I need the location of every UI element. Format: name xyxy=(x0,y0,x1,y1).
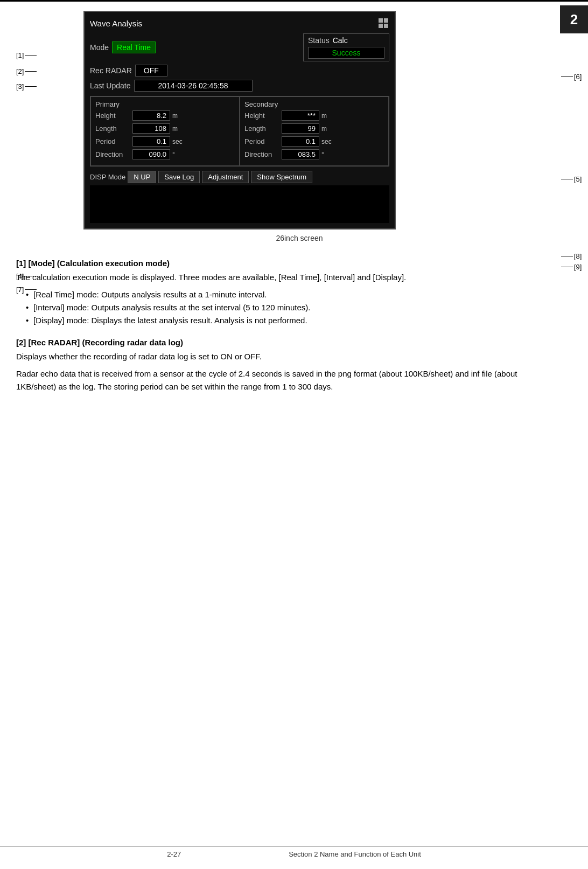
secondary-label: Secondary xyxy=(244,100,384,108)
adjustment-button[interactable]: Adjustment xyxy=(202,171,249,183)
mode-section: Mode Real Time xyxy=(90,33,156,61)
status-label: Status xyxy=(308,36,330,45)
page-number: 2-27 xyxy=(167,850,181,858)
show-spectrum-button[interactable]: Show Spectrum xyxy=(251,171,312,183)
panel-caption: 26inch screen xyxy=(48,234,550,242)
panel-title: Wave Analysis xyxy=(90,19,142,28)
annot-5: [5] xyxy=(561,175,582,183)
primary-period-value: 0.1 xyxy=(132,136,170,147)
secondary-direction-value: 083.5 xyxy=(282,149,319,159)
primary-length-label: Length xyxy=(95,124,130,133)
primary-direction-label: Direction xyxy=(95,150,130,158)
annot-6: [6] xyxy=(561,73,582,81)
secondary-period-unit: sec xyxy=(321,138,332,145)
secondary-period-label: Period xyxy=(244,137,279,145)
mode-label: Mode xyxy=(90,43,109,52)
secondary-box: Secondary Height *** m Length 99 m Pe xyxy=(240,96,389,166)
secondary-direction-unit: ° xyxy=(321,151,324,158)
secondary-period-value: 0.1 xyxy=(282,136,319,147)
disp-mode-label: DISP Mode xyxy=(90,173,125,181)
grid-icon[interactable] xyxy=(377,17,389,29)
bottom-black-area xyxy=(90,185,389,223)
rec-radar-row: Rec RADAR OFF xyxy=(90,65,389,77)
secondary-period-row: Period 0.1 sec xyxy=(244,136,384,147)
status-value: Calc xyxy=(333,36,348,45)
section-number: 2 xyxy=(560,5,588,33)
status-section: Status Calc Success xyxy=(303,33,389,61)
primary-box: Primary Height 8.2 m Length 108 m Per xyxy=(90,96,240,166)
top-border xyxy=(0,0,588,2)
update-label: Last Update xyxy=(90,81,131,90)
rec-value: OFF xyxy=(135,65,167,77)
wave-panel: Wave Analysis Mode Real Time Status Ca xyxy=(83,11,396,230)
section-2-heading: [2] [Rec RADAR] (Recording radar data lo… xyxy=(16,338,550,347)
save-log-button[interactable]: Save Log xyxy=(158,171,200,183)
section-1-paragraph-0: The calculation execution mode is displa… xyxy=(16,271,550,284)
secondary-length-value: 99 xyxy=(282,123,319,134)
success-box: Success xyxy=(308,47,384,59)
section-2-paragraph-1: Radar echo data that is received from a … xyxy=(16,367,550,393)
secondary-height-unit: m xyxy=(321,112,327,120)
section-2-paragraph-0: Displays whether the recording of radar … xyxy=(16,350,550,363)
status-row: Status Calc xyxy=(308,36,384,45)
mode-status-row: Mode Real Time Status Calc Success xyxy=(90,33,389,61)
page-footer: 2-27 Section 2 Name and Function of Each… xyxy=(0,846,588,858)
primary-direction-value: 090.0 xyxy=(132,149,170,159)
last-update-row: Last Update 2014-03-26 02:45:58 xyxy=(90,80,389,92)
secondary-length-unit: m xyxy=(321,125,327,133)
primary-height-value: 8.2 xyxy=(132,110,170,121)
primary-length-row: Length 108 m xyxy=(95,123,235,134)
annot-9: [9] xyxy=(561,263,582,271)
description-area: [1] [Mode] (Calculation execution mode) … xyxy=(16,259,550,393)
rec-label: Rec RADAR xyxy=(90,66,132,75)
secondary-height-row: Height *** m xyxy=(244,110,384,121)
section-1-bullets: [Real Time] mode: Outputs analysis resul… xyxy=(16,288,550,327)
primary-length-unit: m xyxy=(172,125,178,133)
primary-height-label: Height xyxy=(95,112,130,120)
primary-direction-row: Direction 090.0 ° xyxy=(95,149,235,159)
disp-mode-button[interactable]: N UP xyxy=(128,171,156,183)
primary-label: Primary xyxy=(95,100,235,108)
primary-period-row: Period 0.1 sec xyxy=(95,136,235,147)
content-area: [1] [2] [3] [4] [7] xyxy=(16,11,550,404)
primary-length-value: 108 xyxy=(132,123,170,134)
secondary-length-row: Length 99 m xyxy=(244,123,384,134)
panel-title-bar: Wave Analysis xyxy=(90,17,389,29)
description-section-2: [2] [Rec RADAR] (Recording radar data lo… xyxy=(16,338,550,393)
annot-1: [1] xyxy=(16,51,37,59)
primary-period-unit: sec xyxy=(172,138,183,145)
mode-value: Real Time xyxy=(112,41,156,53)
secondary-height-label: Height xyxy=(244,112,279,120)
secondary-length-label: Length xyxy=(244,124,279,133)
section-1-heading: [1] [Mode] (Calculation execution mode) xyxy=(16,259,550,268)
footer-section-text: Section 2 Name and Function of Each Unit xyxy=(289,850,421,858)
update-value: 2014-03-26 02:45:58 xyxy=(134,80,253,92)
secondary-height-value: *** xyxy=(282,110,319,121)
annot-3: [3] xyxy=(16,82,37,91)
bullet-item: [Interval] mode: Outputs analysis result… xyxy=(27,301,550,314)
primary-height-row: Height 8.2 m xyxy=(95,110,235,121)
secondary-direction-label: Direction xyxy=(244,150,279,158)
primary-height-unit: m xyxy=(172,112,178,120)
bullet-item: [Display] mode: Displays the latest anal… xyxy=(27,314,550,327)
secondary-direction-row: Direction 083.5 ° xyxy=(244,149,384,159)
data-section: Primary Height 8.2 m Length 108 m Per xyxy=(90,96,389,166)
description-section-1: [1] [Mode] (Calculation execution mode) … xyxy=(16,259,550,327)
bullet-item: [Real Time] mode: Outputs analysis resul… xyxy=(27,288,550,301)
primary-period-label: Period xyxy=(95,137,130,145)
bottom-btn-row: DISP Mode N UP Save Log Adjustment Show … xyxy=(90,171,389,183)
annot-8: [8] xyxy=(561,252,582,260)
annot-4: [4] xyxy=(16,272,37,280)
primary-direction-unit: ° xyxy=(172,151,175,158)
annot-2: [2] xyxy=(16,67,37,75)
